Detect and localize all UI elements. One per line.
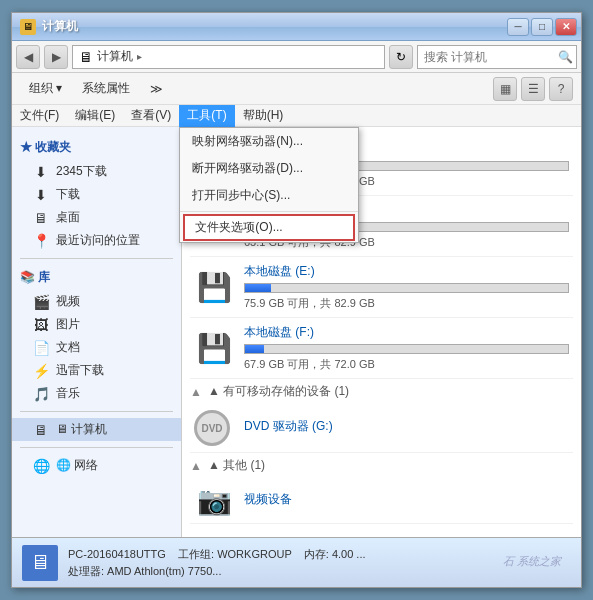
pc-name: PC-20160418UTTG	[68, 548, 166, 560]
drive-f-size: 67.9 GB 可用，共 72.0 GB	[244, 357, 569, 372]
video-device-item[interactable]: 📷 视频设备	[190, 478, 573, 524]
sidebar-favorites-title[interactable]: ★ 收藏夹	[12, 135, 181, 160]
menu-separator	[180, 211, 358, 212]
other-section-header[interactable]: ▲ ▲ 其他 (1)	[190, 453, 573, 478]
sidebar-item-desktop[interactable]: 🖥 桌面	[12, 206, 181, 229]
forward-button[interactable]: ▶	[44, 45, 68, 69]
window-title: 计算机	[42, 18, 78, 35]
removable-section-header[interactable]: ▲ ▲ 有可移动存储的设备 (1)	[190, 379, 573, 404]
sidebar-divider-3	[20, 447, 173, 448]
status-line-1: PC-20160418UTTG 工作组: WORKGROUP 内存: 4.00 …	[68, 546, 571, 563]
drive-f-name: 本地磁盘 (F:)	[244, 324, 569, 341]
toolbar: 组织 ▾ 系统属性 ≫ ▦ ☰ ?	[12, 73, 581, 105]
computer-icon: 🖥	[32, 422, 50, 438]
sidebar: ★ 收藏夹 ⬇ 2345下载 ⬇ 下载 🖥 桌面 📍 最近访问的位置	[12, 127, 182, 537]
main-window: 🖥 计算机 ─ □ ✕ ◀ ▶ 🖥 计算机 ▸ ↻ 🔍 组织 ▾ 系统属性 ≫ …	[11, 12, 582, 588]
drive-e-info: 本地磁盘 (E:) 75.9 GB 可用，共 82.9 GB	[244, 263, 569, 311]
sidebar-item-videos[interactable]: 🎬 视频	[12, 290, 181, 313]
sidebar-item-2345downloads[interactable]: ⬇ 2345下载	[12, 160, 181, 183]
sidebar-item-documents[interactable]: 📄 文档	[12, 336, 181, 359]
address-field[interactable]: 🖥 计算机 ▸	[72, 45, 385, 69]
menu-view[interactable]: 查看(V)	[123, 105, 179, 127]
system-properties-button[interactable]: 系统属性	[73, 76, 139, 102]
removable-section-label: ▲ 有可移动存储的设备 (1)	[208, 383, 349, 400]
sidebar-computer-section: 🖥 🖥 计算机	[12, 418, 181, 441]
view-list-button[interactable]: ☰	[521, 77, 545, 101]
drive-e-icon: 💾	[194, 271, 234, 304]
sidebar-favorites-section: ★ 收藏夹 ⬇ 2345下载 ⬇ 下载 🖥 桌面 📍 最近访问的位置	[12, 135, 181, 252]
drive-f-info: 本地磁盘 (F:) 67.9 GB 可用，共 72.0 GB	[244, 324, 569, 372]
more-button[interactable]: ≫	[141, 76, 172, 102]
search-input[interactable]	[417, 45, 577, 69]
sidebar-item-recent[interactable]: 📍 最近访问的位置	[12, 229, 181, 252]
drive-e-item[interactable]: 💾 本地磁盘 (E:) 75.9 GB 可用，共 82.9 GB	[190, 257, 573, 318]
menu-map-drive[interactable]: 映射网络驱动器(N)...	[180, 128, 358, 155]
title-buttons: ─ □ ✕	[507, 18, 577, 36]
videos-icon: 🎬	[32, 294, 50, 310]
address-icon: 🖥	[79, 49, 93, 65]
recent-icon: 📍	[32, 233, 50, 249]
desktop-icon: 🖥	[32, 210, 50, 226]
view-button[interactable]: ▦	[493, 77, 517, 101]
sidebar-library-title[interactable]: 📚 库	[12, 265, 181, 290]
title-bar-left: 🖥 计算机	[20, 18, 78, 35]
search-wrapper: 🔍	[417, 45, 577, 69]
address-arrow: ▸	[137, 51, 142, 62]
download-icon: ⬇	[32, 187, 50, 203]
video-device-name: 视频设备	[244, 491, 569, 508]
sidebar-item-computer[interactable]: 🖥 🖥 计算机	[12, 418, 181, 441]
status-pc-icon: 🖥	[22, 545, 58, 581]
close-button[interactable]: ✕	[555, 18, 577, 36]
title-bar: 🖥 计算机 ─ □ ✕	[12, 13, 581, 41]
drive-e-name: 本地磁盘 (E:)	[244, 263, 569, 280]
sidebar-item-pictures[interactable]: 🖼 图片	[12, 313, 181, 336]
dvd-drive-name: DVD 驱动器 (G:)	[244, 418, 569, 435]
window-icon: 🖥	[20, 19, 36, 35]
processor-label: 处理器: AMD Athlon(tm) 7750...	[68, 565, 221, 577]
other-arrow: ▲	[190, 459, 202, 473]
menu-help[interactable]: 帮助(H)	[235, 105, 292, 127]
status-bar: 🖥 PC-20160418UTTG 工作组: WORKGROUP 内存: 4.0…	[12, 537, 581, 587]
sidebar-item-thunder[interactable]: ⚡ 迅雷下载	[12, 359, 181, 382]
menu-disconnect-drive[interactable]: 断开网络驱动器(D)...	[180, 155, 358, 182]
sidebar-divider-2	[20, 411, 173, 412]
menu-sync-center[interactable]: 打开同步中心(S)...	[180, 182, 358, 209]
music-icon: 🎵	[32, 386, 50, 402]
search-icon: 🔍	[558, 50, 573, 64]
organize-button[interactable]: 组织 ▾	[20, 76, 71, 102]
dvd-drive-item[interactable]: DVD DVD 驱动器 (G:)	[190, 404, 573, 453]
video-device-icon: 📷	[194, 484, 234, 517]
thunder-icon: ⚡	[32, 363, 50, 379]
network-icon: 🌐	[32, 458, 50, 474]
download-2345-icon: ⬇	[32, 164, 50, 180]
address-path: 计算机	[97, 48, 133, 65]
sidebar-item-downloads[interactable]: ⬇ 下载	[12, 183, 181, 206]
other-section-label: ▲ 其他 (1)	[208, 457, 265, 474]
drive-f-item[interactable]: 💾 本地磁盘 (F:) 67.9 GB 可用，共 72.0 GB	[190, 318, 573, 379]
address-bar: ◀ ▶ 🖥 计算机 ▸ ↻ 🔍	[12, 41, 581, 73]
menu-tools[interactable]: 工具(T) 映射网络驱动器(N)... 断开网络驱动器(D)... 打开同步中心…	[179, 105, 234, 127]
menu-edit[interactable]: 编辑(E)	[67, 105, 123, 127]
dvd-info: DVD 驱动器 (G:)	[244, 418, 569, 438]
back-button[interactable]: ◀	[16, 45, 40, 69]
refresh-button[interactable]: ↻	[389, 45, 413, 69]
maximize-button[interactable]: □	[531, 18, 553, 36]
sidebar-item-network[interactable]: 🌐 🌐 网络	[12, 454, 181, 477]
drive-e-bar-container	[244, 283, 569, 293]
menu-file[interactable]: 文件(F)	[12, 105, 67, 127]
memory-label: 内存: 4.00 ...	[304, 548, 366, 560]
menu-bar: 文件(F) 编辑(E) 查看(V) 工具(T) 映射网络驱动器(N)... 断开…	[12, 105, 581, 127]
video-device-info: 视频设备	[244, 491, 569, 511]
status-line-2: 处理器: AMD Athlon(tm) 7750...	[68, 563, 571, 580]
status-watermark: 石 系统之家	[503, 554, 561, 569]
removable-arrow: ▲	[190, 385, 202, 399]
minimize-button[interactable]: ─	[507, 18, 529, 36]
drive-e-bar-fill	[245, 284, 271, 292]
drive-f-bar-fill	[245, 345, 264, 353]
menu-folder-options[interactable]: 文件夹选项(O)...	[183, 214, 355, 241]
help-button[interactable]: ?	[549, 77, 573, 101]
workgroup-label: 工作组: WORKGROUP	[178, 548, 291, 560]
sidebar-item-music[interactable]: 🎵 音乐	[12, 382, 181, 405]
toolbar-right: ▦ ☰ ?	[493, 77, 573, 101]
documents-icon: 📄	[32, 340, 50, 356]
